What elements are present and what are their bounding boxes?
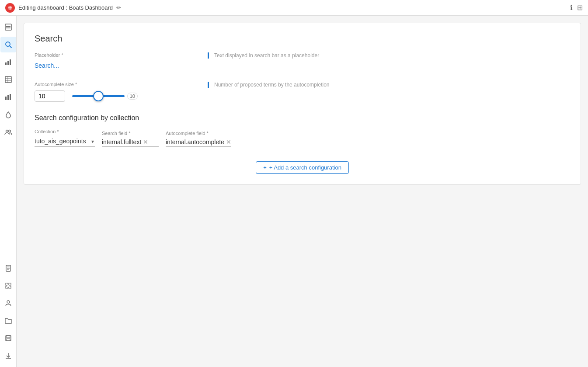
svg-rect-7 bbox=[7, 61, 9, 65]
topbar: Editing dashboard : Boats Dashboard ✏ ℹ … bbox=[0, 0, 588, 16]
search-field-field: Search field * internal.fulltext ✕ bbox=[102, 131, 159, 147]
svg-rect-2 bbox=[6, 26, 10, 27]
svg-rect-13 bbox=[5, 97, 7, 100]
sidebar-item-save[interactable] bbox=[0, 330, 16, 346]
sidebar-item-chart[interactable] bbox=[0, 54, 16, 70]
add-config-label: + Add a search configuration bbox=[269, 164, 341, 171]
svg-rect-1 bbox=[5, 24, 11, 30]
svg-rect-24 bbox=[7, 336, 10, 338]
autocomplete-field-chip: internal.autocomplete ✕ bbox=[166, 138, 231, 147]
placeholder-section: Placeholder * Text displayed in search b… bbox=[35, 52, 570, 71]
logo-icon bbox=[5, 3, 15, 13]
sidebar-item-table[interactable] bbox=[0, 72, 16, 87]
svg-point-22 bbox=[7, 301, 10, 303]
svg-rect-6 bbox=[5, 62, 7, 65]
sidebar-item-people[interactable] bbox=[0, 124, 16, 140]
sidebar bbox=[0, 16, 17, 367]
add-config-plus-icon: + bbox=[263, 164, 267, 171]
svg-rect-3 bbox=[6, 28, 10, 28]
svg-point-16 bbox=[6, 130, 8, 132]
edit-icon[interactable]: ✏ bbox=[116, 4, 121, 11]
search-field-label: Search field * bbox=[102, 131, 159, 136]
slider-value: 10 bbox=[127, 93, 138, 100]
collection-section-title: Search configuration by collection bbox=[35, 114, 570, 122]
placeholder-label: Placeholder * bbox=[35, 52, 201, 58]
placeholder-helper: Text displayed in search bar as a placeh… bbox=[208, 52, 570, 59]
info-icon[interactable]: ℹ bbox=[570, 3, 573, 12]
search-field-value: internal.fulltext bbox=[102, 138, 141, 145]
add-config-button[interactable]: + + Add a search configuration bbox=[256, 161, 349, 174]
autocomplete-section: Autocomplete size * 10 Number of propose… bbox=[35, 82, 570, 102]
svg-rect-9 bbox=[5, 76, 11, 83]
collection-field: Collection * tuto_ais_geopoints ▾ bbox=[35, 129, 95, 147]
sidebar-bottom bbox=[0, 260, 16, 364]
sidebar-item-bar[interactable] bbox=[0, 89, 16, 105]
dashed-divider bbox=[35, 154, 570, 154]
autocomplete-field-clear-icon[interactable]: ✕ bbox=[226, 139, 231, 145]
autocomplete-field-label: Autocomplete field * bbox=[166, 131, 231, 136]
autocomplete-helper: Number of proposed terms by the autocomp… bbox=[208, 82, 570, 88]
search-field-chip: internal.fulltext ✕ bbox=[102, 138, 159, 147]
sidebar-item-users[interactable] bbox=[0, 295, 16, 311]
search-field-clear-icon[interactable]: ✕ bbox=[143, 139, 148, 145]
collection-config-row: Collection * tuto_ais_geopoints ▾ Search… bbox=[35, 129, 570, 147]
topbar-right: ℹ ⊞ bbox=[570, 3, 583, 12]
topbar-left: Editing dashboard : Boats Dashboard ✏ bbox=[5, 3, 121, 13]
autocomplete-field-value: internal.autocomplete bbox=[166, 138, 224, 145]
placeholder-input[interactable] bbox=[35, 60, 113, 71]
autocomplete-slider[interactable] bbox=[72, 95, 125, 97]
panel-title: Search bbox=[35, 34, 570, 44]
svg-line-5 bbox=[10, 46, 11, 48]
collection-select-wrapper: tuto_ais_geopoints ▾ bbox=[35, 136, 95, 147]
autocomplete-left: Autocomplete size * 10 bbox=[35, 82, 201, 102]
add-config-container: + + Add a search configuration bbox=[35, 161, 570, 174]
sidebar-item-search[interactable] bbox=[0, 37, 16, 52]
collection-select[interactable]: tuto_ais_geopoints bbox=[35, 136, 95, 147]
topbar-title: Editing dashboard : Boats Dashboard bbox=[18, 4, 113, 11]
content-area: Search Placeholder * Text displayed in s… bbox=[17, 16, 588, 367]
sidebar-item-drop[interactable] bbox=[0, 107, 16, 122]
sidebar-item-document[interactable] bbox=[0, 260, 16, 276]
svg-rect-8 bbox=[10, 59, 11, 65]
main-layout: Search Placeholder * Text displayed in s… bbox=[0, 16, 588, 367]
autocomplete-field-field: Autocomplete field * internal.autocomple… bbox=[166, 131, 231, 147]
sidebar-item-folder[interactable] bbox=[0, 313, 16, 329]
sidebar-item-download[interactable] bbox=[0, 348, 16, 364]
svg-point-17 bbox=[8, 130, 10, 132]
collection-label: Collection * bbox=[35, 129, 95, 134]
autocomplete-label: Autocomplete size * bbox=[35, 82, 201, 87]
autocomplete-number-input[interactable] bbox=[35, 90, 65, 102]
grid-icon[interactable]: ⊞ bbox=[577, 3, 583, 12]
svg-rect-15 bbox=[10, 94, 11, 100]
svg-rect-14 bbox=[7, 95, 9, 100]
search-panel: Search Placeholder * Text displayed in s… bbox=[24, 23, 581, 185]
placeholder-left: Placeholder * bbox=[35, 52, 201, 71]
sidebar-item-layers[interactable] bbox=[0, 19, 16, 35]
autocomplete-controls: 10 bbox=[35, 90, 201, 102]
slider-container: 10 bbox=[72, 95, 125, 97]
svg-rect-25 bbox=[7, 339, 10, 341]
sidebar-item-puzzle[interactable] bbox=[0, 278, 16, 294]
